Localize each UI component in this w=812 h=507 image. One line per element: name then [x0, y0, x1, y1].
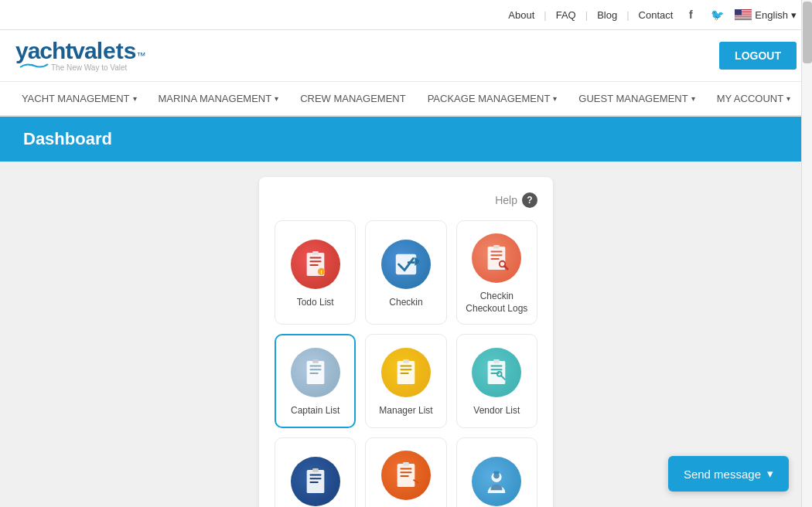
contact-link[interactable]: Contact [639, 9, 674, 21]
nav-crew-management[interactable]: CREW MANAGEMENT [291, 82, 415, 115]
chevron-down-icon: ▾ [553, 94, 557, 103]
language-arrow: ▾ [791, 9, 797, 21]
svg-rect-29 [312, 359, 319, 363]
svg-rect-32 [400, 369, 411, 370]
checkin-icon [381, 240, 431, 289]
svg-rect-39 [494, 359, 500, 363]
checkin-label: Checkin [389, 297, 422, 309]
nav-package-management[interactable]: PACKAGE MANAGEMENT ▾ [418, 82, 567, 115]
svg-rect-19 [491, 251, 503, 253]
main-nav: YACHT MANAGEMENT ▾ MARINA MANAGEMENT ▾ C… [0, 82, 812, 117]
icon-card-captain-list[interactable]: Captain List [275, 334, 356, 428]
sep3: | [626, 9, 629, 21]
main-content: Help ? !Todo ListCheckinCheckin Checkout… [0, 162, 812, 507]
todo-list-icon: ! [291, 240, 340, 289]
svg-rect-27 [309, 369, 321, 370]
chevron-down-icon: ▾ [691, 94, 695, 103]
vessel-service-request-list-icon [381, 451, 431, 500]
svg-text:!: ! [320, 269, 322, 276]
icon-card-checkin-checkout-logs[interactable]: Checkin Checkout Logs [456, 220, 537, 325]
icon-card-manager-list[interactable]: Manager List [365, 334, 446, 428]
svg-rect-49 [400, 471, 411, 473]
svg-rect-7 [735, 9, 742, 15]
svg-rect-9 [309, 257, 321, 258]
todo-list-label: Todo List [297, 297, 334, 309]
svg-rect-48 [400, 468, 411, 469]
dashboard-header: Dashboard [0, 117, 812, 162]
svg-rect-12 [312, 251, 319, 255]
svg-rect-37 [491, 369, 503, 370]
svg-rect-26 [309, 366, 321, 367]
svg-rect-20 [491, 254, 503, 256]
header: yachtvalets™ The New Way to Valet LOGOUT [0, 30, 812, 82]
dashboard-title: Dashboard [23, 129, 112, 148]
twitter-icon[interactable]: 🐦 [708, 6, 725, 23]
logo-text: yachtva [15, 38, 97, 64]
svg-rect-50 [400, 475, 408, 477]
help-icon[interactable]: ? [522, 192, 537, 208]
icon-card-vessel-service-request-list[interactable]: Vessel Service Request List [365, 437, 446, 507]
svg-rect-11 [309, 264, 318, 266]
svg-rect-6 [735, 19, 752, 19]
nav-my-account[interactable]: MY ACCOUNT ▾ [708, 82, 800, 115]
chevron-down-icon: ▾ [786, 94, 790, 103]
icon-card-vendor-list[interactable]: Vendor List [456, 334, 537, 428]
nav-guest-management[interactable]: GUEST MANAGEMENT ▾ [569, 82, 704, 115]
logo-tagline: The New Way to Valet [51, 63, 127, 72]
logo-bird-icon [19, 61, 49, 73]
chevron-down-icon: ▾ [767, 467, 773, 481]
dashboard-card: Help ? !Todo ListCheckinCheckin Checkout… [259, 177, 553, 507]
vendor-list-label: Vendor List [473, 405, 520, 417]
crew-staff-list-icon [472, 457, 521, 506]
scrollbar-thumb[interactable] [803, 2, 812, 63]
vessel-listing-icon [291, 457, 340, 506]
checkin-checkout-logs-label: Checkin Checkout Logs [463, 291, 531, 315]
chevron-down-icon: ▾ [133, 94, 137, 103]
about-link[interactable]: About [508, 9, 534, 21]
chevron-down-icon: ▾ [275, 94, 278, 103]
manager-list-label: Manager List [379, 405, 432, 417]
captain-list-icon [291, 348, 340, 397]
svg-rect-51 [403, 462, 409, 466]
icon-card-checkin[interactable]: Checkin [365, 220, 446, 325]
svg-rect-46 [312, 468, 319, 472]
icon-grid: !Todo ListCheckinCheckin Checkout LogsCa… [275, 220, 537, 507]
svg-rect-22 [494, 245, 500, 249]
svg-rect-45 [309, 481, 318, 483]
svg-rect-31 [400, 366, 411, 367]
svg-rect-43 [309, 474, 321, 475]
top-bar: About | FAQ | Blog | Contact f 🐦 English… [0, 0, 812, 30]
sep1: | [544, 9, 546, 21]
svg-rect-34 [403, 359, 409, 363]
checkin-checkout-logs-icon [472, 233, 521, 283]
sep2: | [585, 9, 588, 21]
icon-card-crew-staff-list[interactable]: Crew Staff List [456, 437, 537, 507]
svg-rect-44 [309, 478, 321, 479]
svg-rect-36 [491, 366, 503, 367]
nav-yacht-management[interactable]: YACHT MANAGEMENT ▾ [12, 82, 146, 115]
blog-link[interactable]: Blog [597, 9, 617, 21]
manager-list-icon [381, 348, 431, 397]
facebook-icon[interactable]: f [682, 6, 699, 23]
svg-rect-55 [494, 471, 500, 474]
nav-marina-management[interactable]: MARINA MANAGEMENT ▾ [149, 82, 288, 115]
icon-card-vessel-listing[interactable]: Vessel Listing [275, 437, 356, 507]
help-label: Help [495, 194, 517, 206]
language-label: English [755, 9, 788, 21]
send-message-button[interactable]: Send message ▾ [668, 456, 789, 492]
svg-rect-21 [491, 258, 500, 260]
send-message-label: Send message [684, 468, 761, 481]
language-selector[interactable]: English ▾ [735, 9, 797, 21]
svg-rect-28 [309, 373, 318, 374]
svg-marker-17 [415, 257, 419, 265]
svg-rect-16 [408, 261, 415, 264]
vendor-list-icon [472, 348, 521, 397]
svg-rect-10 [309, 260, 321, 262]
icon-card-todo-list[interactable]: !Todo List [275, 220, 356, 325]
scrollbar-track [801, 0, 812, 507]
card-header: Help ? [275, 192, 537, 208]
logout-button[interactable]: LOGOUT [719, 42, 797, 70]
svg-rect-33 [400, 373, 408, 374]
logo[interactable]: yachtvalets™ The New Way to Valet [15, 38, 145, 73]
faq-link[interactable]: FAQ [556, 9, 576, 21]
